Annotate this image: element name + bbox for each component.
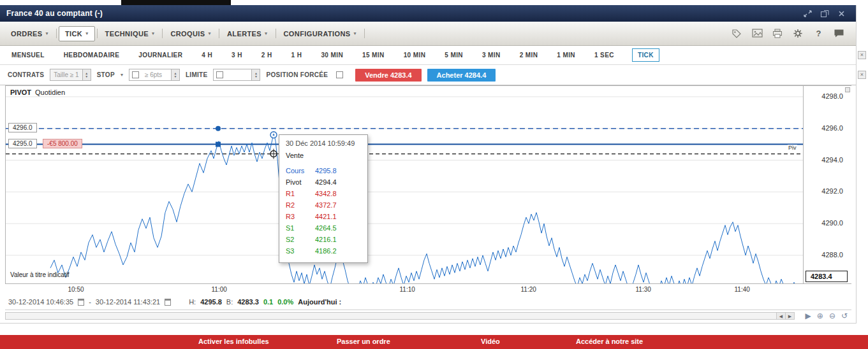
menu-item-technique[interactable]: TECHNIQUE▾ [99,27,161,41]
limit-spinner[interactable]: ▲▼ [251,69,260,80]
limit-label: LIMITE [186,71,208,78]
tooltip-date: 30 Déc 2014 10:59:49 [286,139,361,147]
stop-checkbox[interactable] [132,71,139,78]
pnl-tag[interactable]: -€5 800.00 [43,139,82,148]
zoom-in-icon[interactable]: ⊕ [817,312,823,320]
current-price-box: 4283.4 [805,271,848,282]
chart-plot[interactable] [6,86,803,283]
tag-icon[interactable] [732,29,742,38]
menu-item-ordres[interactable]: ORDRES▾ [5,27,54,41]
price-level-tag[interactable]: 4296.0 [8,123,37,132]
axis-settings-icon[interactable] [845,87,850,92]
price-level-tag[interactable]: 4295.0 [8,139,37,148]
reset-zoom-icon[interactable]: ↺ [841,312,848,320]
y-axis-label: 4292.0 [821,187,843,195]
low-value: 4283.3 [237,298,259,306]
sell-button[interactable]: Vendre 4283.4 [355,69,421,82]
image-icon[interactable] [752,29,763,38]
close-order-bar-icon[interactable]: × [858,71,866,79]
gear-icon[interactable] [793,29,804,38]
footer-link[interactable]: Passer un ordre [337,338,390,345]
x-axis-label: 11:00 [212,286,227,293]
menu-separator [56,29,57,38]
timeframe-10-min[interactable]: 10 MIN [402,49,427,61]
popout-icon[interactable] [820,10,830,18]
tooltip-row-label: R3 [286,213,315,220]
resize-icon[interactable] [803,10,813,18]
timeframe-4-h[interactable]: 4 H [200,49,214,61]
menu-item-configurations[interactable]: CONFIGURATIONS▾ [278,27,362,41]
stop-spinner[interactable]: ▲▼ [171,69,179,80]
change-pct-value: 0.0% [277,298,293,306]
forced-position-checkbox[interactable] [336,71,343,78]
timeframe-tick[interactable]: TICK [632,48,659,62]
timeframe-1-sec[interactable]: 1 SEC [593,49,615,61]
calendar-start-icon[interactable] [78,299,84,306]
x-axis[interactable]: 10:5011:0011:1011:2011:3011:40 [5,285,802,294]
timeframe-3-h[interactable]: 3 H [230,49,244,61]
calendar-end-icon[interactable] [165,299,171,306]
tooltip-row-label: R2 [286,201,315,209]
footer-link[interactable]: Activer les infobulles [198,338,269,345]
chevron-down-icon: ▾ [354,31,357,36]
timeframe-1-h[interactable]: 1 H [290,49,304,61]
tooltip-row-value: 4372.7 [315,201,337,209]
zoom-out-icon[interactable]: ⊖ [829,312,835,320]
scroll-right-icon[interactable]: ▶ [786,312,795,320]
y-axis-label: 4288.0 [821,251,843,259]
timeframe-5-min[interactable]: 5 MIN [443,49,464,61]
menu-item-tick[interactable]: TICK▾ [59,26,95,41]
limit-checkbox[interactable] [216,71,223,78]
tooltip-row: S24216.1 [286,234,361,245]
close-timeframe-bar-icon[interactable]: × [858,51,866,59]
menu-separator [219,29,219,38]
chevron-down-icon: ▾ [152,31,154,36]
range-separator: - [89,298,91,306]
timeframe-3-min[interactable]: 3 MIN [481,49,502,61]
limit-field: ▲▼ [213,69,260,81]
print-icon[interactable] [772,29,783,38]
stop-label[interactable]: STOP [97,71,115,78]
footer-link[interactable]: Accéder à notre site [576,338,643,345]
go-latest-icon[interactable]: ▶ [805,312,811,320]
scrollbar-row: ◀ ▶ ▶ ⊕ ⊖ ↺ [5,310,851,320]
y-axis[interactable]: 4283.4 4298.04296.04294.04292.04290.0428… [803,86,851,283]
timeframe-bar: MENSUELHEBDOMADAIREJOURNALIER4 H3 H2 H1 … [0,46,856,65]
tooltip-row-value: 4216.1 [315,236,337,243]
x-axis-label: 10:50 [68,286,84,293]
timeframe-30-min[interactable]: 30 MIN [320,49,344,61]
pivot-legend-sub: Quotidien [35,89,65,96]
menu-item-alertes[interactable]: ALERTES▾ [221,27,274,41]
menu-separator [162,29,163,38]
close-icon[interactable] [837,10,847,18]
menu-item-croquis[interactable]: CROQUIS▾ [165,27,217,41]
today-label: Aujourd'hui : [298,298,341,306]
tooltip-row: R34421.1 [286,211,361,222]
contracts-size-field[interactable]: Taille ≥ 1 ▲▼ [50,69,91,81]
timeframe-2-min[interactable]: 2 MIN [519,49,540,61]
buy-button[interactable]: Acheter 4284.4 [427,69,496,82]
pivot-legend[interactable]: PIVOTQuotidien [10,89,65,96]
timeframe-journalier[interactable]: JOURNALIER [137,49,184,61]
timeframe-2-h[interactable]: 2 H [260,49,274,61]
timeframe-mensuel[interactable]: MENSUEL [10,49,46,61]
timeframe-15-min[interactable]: 15 MIN [361,49,386,61]
tooltip-row-value: 4342.8 [315,190,337,197]
footer-link[interactable]: Vidéo [481,338,500,345]
timeframe-1-min[interactable]: 1 MIN [555,49,577,61]
timeframe-hebdomadaire[interactable]: HEBDOMADAIRE [63,49,121,61]
tooltip-row-label: S1 [286,224,315,232]
chat-icon[interactable] [834,29,844,38]
horizontal-scrollbar[interactable] [5,312,777,320]
tooltip-row: Pivot4294.4 [286,176,361,188]
tooltip-rows: Cours4295.8Pivot4294.4R14342.8R24372.7R3… [286,165,361,257]
tooltip-row: R14342.8 [286,188,361,199]
chart-svg[interactable] [6,86,803,283]
contracts-size-spinner[interactable]: ▲▼ [82,69,91,80]
stop-chevron-down-icon[interactable]: ▾ [121,72,123,78]
help-icon[interactable]: ? [813,29,824,38]
stop-value[interactable]: ≥ 6pts [142,71,171,78]
menu-item-label: ALERTES [227,30,261,38]
scroll-left-icon[interactable]: ◀ [777,312,786,320]
menubar: ORDRES▾TICK▾TECHNIQUE▾CROQUIS▾ALERTES▾CO… [0,22,856,46]
